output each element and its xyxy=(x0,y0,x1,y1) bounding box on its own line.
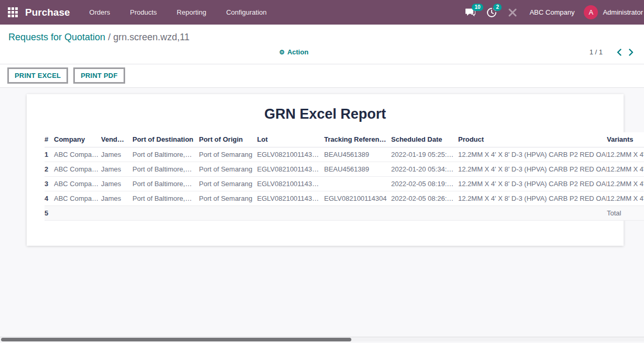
menu-products[interactable]: Products xyxy=(123,8,163,16)
table-cell: BEAU4561389 xyxy=(324,147,391,162)
column-header: Port of Destination xyxy=(132,132,199,147)
apps-grid-icon[interactable] xyxy=(8,7,18,18)
table-cell: Port of Semarang xyxy=(199,162,257,176)
row-number: 3 xyxy=(45,176,54,191)
table-cell: EGLV082100114304 xyxy=(324,191,391,205)
messages-badge: 10 xyxy=(472,4,483,11)
chevron-right-icon xyxy=(629,49,634,56)
action-label: Action xyxy=(287,48,308,56)
user-menu[interactable]: A Administrator xyxy=(584,5,644,19)
report-card: GRN Excel Report #CompanyVend…Port of De… xyxy=(27,94,624,246)
print-pdf-button[interactable]: PRINT PDF xyxy=(73,67,125,84)
table-cell: 12.2MM X 4' X 8' D-3 (HPVA) CARB P2 RED … xyxy=(607,176,644,191)
tools-icon[interactable] xyxy=(508,8,517,17)
table-cell xyxy=(54,205,101,220)
table-cell xyxy=(324,176,391,191)
table-row: 4ABC Compa…JamesPort of Baltimore,…Port … xyxy=(45,191,644,205)
column-header: Tracking Referen… xyxy=(324,132,391,147)
table-cell xyxy=(257,205,324,220)
table-cell: ABC Compa… xyxy=(54,176,101,191)
action-menu-button[interactable]: ⚙ Action xyxy=(279,48,308,56)
breadcrumb-parent-link[interactable]: Requests for Quotation xyxy=(8,32,105,42)
table-cell: ABC Compa… xyxy=(54,147,101,162)
user-avatar: A xyxy=(584,5,598,19)
report-title: GRN Excel Report xyxy=(27,94,624,122)
table-row: 5Total xyxy=(45,205,644,220)
messages-icon[interactable]: 10 xyxy=(465,8,475,17)
table-cell: James xyxy=(101,147,132,162)
table-cell: EGLV0821001143… xyxy=(257,176,324,191)
table-cell: 2022-01-20 05:34:… xyxy=(391,162,458,176)
table-cell: 12.2MM X 4' X 8' D-3 (HPVA) CARB P2 RED … xyxy=(607,162,644,176)
breadcrumb-current: grn.screen.wzd,11 xyxy=(113,32,190,42)
table-cell: 12.2MM X 4' X 8' D-3 (HPVA) CARB P2 RED … xyxy=(607,191,644,205)
table-cell: James xyxy=(101,162,132,176)
column-header: Product xyxy=(458,132,607,147)
chevron-left-icon xyxy=(617,49,621,56)
column-header: Variants xyxy=(607,132,644,147)
table-cell: 12.2MM X 4' X 8' D-3 (HPVA) CARB P2 RED … xyxy=(607,147,644,162)
top-navbar: Purchase Orders Products Reporting Confi… xyxy=(0,0,644,25)
horizontal-scrollbar-track[interactable] xyxy=(0,337,644,341)
menu-reporting[interactable]: Reporting xyxy=(170,8,213,16)
table-header-row: #CompanyVend…Port of DestinationPort of … xyxy=(45,132,644,147)
table-row: 3ABC Compa…JamesPort of Baltimore,…Port … xyxy=(45,176,644,191)
menu-orders[interactable]: Orders xyxy=(83,8,117,16)
column-header: Lot xyxy=(257,132,324,147)
report-table-wrapper: #CompanyVend…Port of DestinationPort of … xyxy=(27,132,624,221)
table-body: 1ABC Compa…JamesPort of Baltimore,…Port … xyxy=(45,147,644,220)
table-row: 1ABC Compa…JamesPort of Baltimore,…Port … xyxy=(45,147,644,162)
print-excel-button[interactable]: PRINT EXCEL xyxy=(7,67,68,84)
table-cell xyxy=(101,205,132,220)
breadcrumb: Requests for Quotation / grn.screen.wzd,… xyxy=(0,25,644,44)
app-name[interactable]: Purchase xyxy=(25,7,70,18)
column-header: Port of Origin xyxy=(199,132,257,147)
table-cell: 12.2MM X 4' X 8' D-3 (HPVA) CARB P2 RED … xyxy=(458,147,607,162)
table-cell: 12.2MM X 4' X 8' D-3 (HPVA) CARB P2 RED … xyxy=(458,191,607,205)
table-cell xyxy=(199,205,257,220)
crossed-tools-icon xyxy=(508,8,517,17)
main-menu: Orders Products Reporting Configuration xyxy=(83,8,280,16)
table-cell: ABC Compa… xyxy=(54,162,101,176)
activities-badge: 2 xyxy=(493,4,502,11)
user-name: Administrator xyxy=(603,8,643,16)
row-number: 2 xyxy=(45,162,54,176)
action-row: ⚙ Action 1 / 1 xyxy=(0,44,644,62)
pager-previous-button[interactable] xyxy=(613,49,625,56)
table-cell: Port of Semarang xyxy=(199,147,257,162)
column-header: Vend… xyxy=(101,132,132,147)
table-cell: 2022-01-19 05:25:… xyxy=(391,147,458,162)
pager: 1 / 1 xyxy=(590,48,637,56)
table-row: 2ABC Compa…JamesPort of Baltimore,…Port … xyxy=(45,162,644,176)
row-number: 1 xyxy=(45,147,54,162)
table-cell: Total xyxy=(607,205,644,220)
table-cell: Port of Semarang xyxy=(199,191,257,205)
navbar-right: 10 2 ABC Company A Administrator xyxy=(460,5,644,19)
breadcrumb-separator: / xyxy=(108,32,113,42)
row-number: 5 xyxy=(45,205,54,220)
table-cell: ABC Compa… xyxy=(54,191,101,205)
table-cell: Port of Semarang xyxy=(199,176,257,191)
menu-configuration[interactable]: Configuration xyxy=(219,8,273,16)
horizontal-scrollbar-thumb[interactable] xyxy=(1,338,351,341)
table-cell: 12.2MM X 4' X 8' D-3 (HPVA) CARB P2 RED … xyxy=(458,162,607,176)
pager-next-button[interactable] xyxy=(625,49,637,56)
table-cell: James xyxy=(101,176,132,191)
table-cell: 2022-02-05 08:26:… xyxy=(391,191,458,205)
content-area: GRN Excel Report #CompanyVend…Port of De… xyxy=(0,94,644,343)
activities-icon[interactable]: 2 xyxy=(487,8,496,17)
table-cell: Port of Baltimore,… xyxy=(132,162,199,176)
column-header: Company xyxy=(54,132,101,147)
table-cell: Port of Baltimore,… xyxy=(132,176,199,191)
table-cell: EGLV0821001143… xyxy=(257,162,324,176)
column-header: # xyxy=(45,132,54,147)
row-number: 4 xyxy=(45,191,54,205)
table-cell: Port of Baltimore,… xyxy=(132,147,199,162)
table-cell: James xyxy=(101,191,132,205)
control-panel: Requests for Quotation / grn.screen.wzd,… xyxy=(0,25,644,64)
table-cell: EGLV0821001143… xyxy=(257,147,324,162)
company-switcher[interactable]: ABC Company xyxy=(529,8,574,16)
column-header: Scheduled Date xyxy=(391,132,458,147)
report-toolbar: PRINT EXCEL PRINT PDF xyxy=(0,64,644,88)
pager-value: 1 / 1 xyxy=(590,48,603,56)
